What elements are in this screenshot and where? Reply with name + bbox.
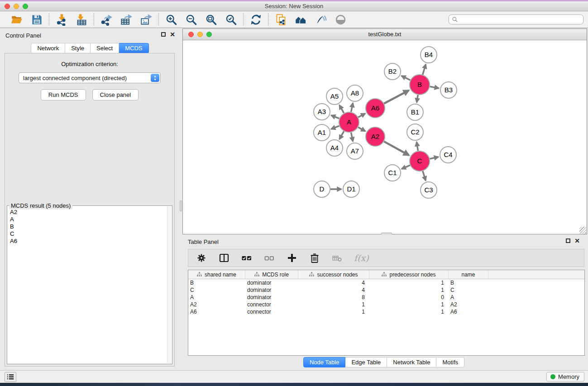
close-panel-button[interactable]: Close panel — [92, 89, 139, 100]
node-B4[interactable]: B4 — [421, 47, 437, 63]
edge-A-A2[interactable] — [358, 127, 365, 131]
mcds-result-item[interactable]: A — [8, 216, 167, 223]
cell-successor-nodes[interactable]: 4 — [298, 279, 369, 286]
save-icon[interactable] — [30, 13, 43, 26]
mcds-result-scrollbar[interactable] — [167, 206, 172, 363]
cell-successor-nodes[interactable]: 1 — [298, 301, 369, 308]
network-canvas[interactable]: B4B2BB3A8A5A6A3B1AA1C2A2A4A7C4CC1C3DD1 — [183, 41, 587, 234]
node-A5[interactable]: A5 — [326, 88, 343, 105]
edge-B-B4[interactable] — [423, 64, 426, 75]
cell-predecessor-nodes[interactable]: 1 — [369, 286, 449, 294]
edge-A6-B[interactable] — [384, 91, 409, 104]
cell-successor-nodes[interactable]: 1 — [298, 308, 369, 315]
edge-C-C4[interactable] — [430, 157, 438, 159]
cell-MCDS-role[interactable]: connector — [245, 308, 298, 315]
table-header-row[interactable]: shared nameMCDS rolesuccessor nodesprede… — [188, 270, 584, 279]
cell-shared-name[interactable]: A2 — [188, 301, 245, 308]
mcds-result-item[interactable]: A6 — [8, 238, 167, 245]
tab-network-table[interactable]: Network Table — [387, 357, 436, 367]
column-header-shared-name[interactable]: shared name — [188, 270, 245, 279]
edge-A-A8[interactable] — [351, 103, 353, 112]
node-A2[interactable]: A2 — [366, 127, 385, 146]
close-panel-icon[interactable]: ✕ — [170, 32, 175, 37]
cell-shared-name[interactable]: B — [188, 279, 245, 286]
resize-grip-icon[interactable] — [579, 227, 586, 234]
network-graph[interactable]: B4B2BB3A8A5A6A3B1AA1C2A2A4A7C4CC1C3DD1 — [183, 41, 587, 234]
add-column-icon[interactable] — [286, 252, 298, 264]
mcds-result-item[interactable]: B — [8, 223, 167, 230]
network-window-titlebar[interactable]: testGlobe.txt — [183, 29, 587, 40]
cell-predecessor-nodes[interactable]: 1 — [369, 301, 449, 308]
node-D1[interactable]: D1 — [343, 181, 359, 197]
cell-MCDS-role[interactable]: dominator — [245, 294, 298, 301]
close-network-icon[interactable] — [188, 32, 194, 37]
import-table-icon[interactable] — [75, 13, 88, 26]
minimize-window-icon[interactable] — [14, 4, 19, 9]
tab-node-table[interactable]: Node Table — [303, 357, 346, 367]
node-C1[interactable]: C1 — [384, 165, 401, 181]
cell-shared-name[interactable]: C — [188, 286, 245, 294]
run-mcds-button[interactable]: Run MCDS — [41, 89, 86, 100]
cell-successor-nodes[interactable]: 4 — [298, 286, 369, 294]
close-table-panel-icon[interactable]: ✕ — [574, 238, 580, 243]
tab-edge-table[interactable]: Edge Table — [345, 357, 387, 367]
node-C4[interactable]: C4 — [440, 147, 456, 163]
node-table[interactable]: shared nameMCDS rolesuccessor nodesprede… — [188, 270, 585, 356]
column-header-name[interactable]: name — [449, 270, 488, 279]
node-A7[interactable]: A7 — [347, 143, 363, 159]
node-B3[interactable]: B3 — [440, 82, 457, 98]
node-A4[interactable]: A4 — [326, 140, 343, 156]
tab-mcds[interactable]: MCDS — [119, 43, 148, 53]
edge-A-A3[interactable] — [331, 115, 339, 119]
delete-column-icon[interactable] — [309, 252, 320, 264]
select-all-icon[interactable] — [241, 252, 253, 264]
column-header-MCDS-role[interactable]: MCDS role — [245, 270, 298, 279]
node-B2[interactable]: B2 — [384, 63, 401, 80]
zoom-out-icon[interactable] — [184, 13, 198, 26]
export-table-icon[interactable] — [120, 13, 133, 26]
memory-button[interactable]: Memory — [546, 372, 584, 381]
edge-B-B2[interactable] — [402, 76, 410, 80]
search-input[interactable] — [460, 16, 580, 23]
cell-name[interactable]: A2 — [449, 301, 488, 308]
node-D[interactable]: D — [314, 181, 330, 197]
import-network-icon[interactable] — [55, 13, 68, 26]
cell-MCDS-role[interactable]: dominator — [245, 286, 298, 294]
mcds-result-list[interactable]: A2ABCA6 — [8, 209, 167, 363]
zoom-fit-icon[interactable] — [204, 13, 218, 26]
cell-shared-name[interactable]: A — [188, 294, 245, 301]
tab-style[interactable]: Style — [65, 43, 91, 53]
node-A3[interactable]: A3 — [314, 104, 330, 120]
open-folder-icon[interactable] — [10, 13, 24, 26]
minimize-network-icon[interactable] — [197, 32, 203, 37]
node-A8[interactable]: A8 — [347, 85, 363, 101]
refresh-icon[interactable] — [249, 13, 263, 26]
zoom-in-icon[interactable] — [164, 13, 178, 26]
edge-A-A7[interactable] — [351, 133, 353, 142]
node-A1[interactable]: A1 — [314, 124, 330, 141]
zoom-selected-icon[interactable] — [224, 13, 238, 26]
tab-select[interactable]: Select — [91, 43, 119, 53]
edge-C-C1[interactable] — [402, 165, 410, 169]
cell-predecessor-nodes[interactable]: 1 — [369, 308, 449, 315]
cell-predecessor-nodes[interactable]: 1 — [369, 279, 449, 286]
node-A[interactable]: A — [339, 112, 359, 132]
cell-name[interactable]: B — [449, 279, 488, 286]
edge-A-A4[interactable] — [339, 131, 344, 139]
cell-predecessor-nodes[interactable]: 0 — [369, 294, 449, 301]
show-details-icon[interactable] — [334, 13, 347, 26]
cell-name[interactable]: C — [449, 286, 488, 294]
column-header-predecessor-nodes[interactable]: predecessor nodes — [369, 270, 449, 279]
split-view-icon[interactable] — [218, 252, 230, 264]
node-B1[interactable]: B1 — [407, 104, 423, 120]
cell-successor-nodes[interactable]: 8 — [298, 294, 369, 301]
mcds-result-item[interactable]: A2 — [8, 209, 167, 216]
task-history-button[interactable] — [5, 372, 16, 382]
cell-name[interactable]: A — [449, 294, 488, 301]
search-box[interactable] — [449, 14, 583, 24]
criterion-dropdown[interactable]: largest connected component (directed) ▲… — [19, 72, 161, 83]
deselect-all-icon[interactable] — [263, 252, 275, 264]
node-B[interactable]: B — [410, 75, 430, 95]
gear-icon[interactable] — [196, 252, 207, 264]
divider-grip[interactable] — [180, 200, 182, 211]
